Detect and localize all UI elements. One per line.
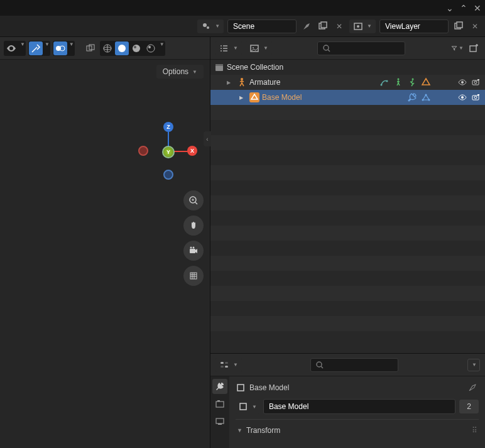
tab-render[interactable]	[212, 396, 227, 412]
collection-row[interactable]: Scene Collection	[210, 60, 485, 75]
search-input[interactable]	[310, 358, 398, 372]
svg-point-19	[148, 46, 151, 48]
tree-row-armature[interactable]: ▶ Armature	[210, 75, 485, 90]
camera-view-icon[interactable]	[183, 241, 204, 261]
vertex-groups-icon[interactable]	[421, 92, 431, 102]
drag-handle-icon[interactable]: ⠿	[472, 426, 479, 435]
axis-neg-x[interactable]	[138, 146, 148, 156]
panel-title: Transform	[246, 426, 280, 435]
display-mode-dropdown[interactable]: ▼	[246, 41, 272, 55]
chevron-down-icon[interactable]: ▼	[69, 41, 74, 55]
svg-point-17	[134, 46, 136, 48]
search-input[interactable]	[317, 41, 405, 55]
options-dropdown-icon[interactable]: ▼	[467, 359, 480, 371]
zoom-icon[interactable]	[183, 190, 204, 210]
svg-rect-72	[218, 423, 222, 425]
svg-line-68	[321, 366, 323, 368]
chevron-down-icon[interactable]: ▼	[45, 41, 50, 55]
visibility-toggle[interactable]	[4, 41, 18, 55]
render-icon[interactable]	[471, 77, 481, 87]
chevron-down-icon: ▼	[252, 404, 257, 410]
svg-point-50	[398, 79, 400, 80]
object-name-field[interactable]: Base Model	[263, 399, 455, 414]
shading-solid[interactable]	[115, 41, 129, 55]
shading-material[interactable]	[129, 41, 143, 55]
object-icon	[236, 383, 246, 393]
outliner-panel: ▼ ▼ ▼	[210, 37, 485, 354]
svg-point-40	[324, 45, 329, 50]
users-count-button[interactable]: 2	[459, 400, 479, 413]
axis-neg-z[interactable]	[163, 170, 173, 180]
chevron-down-icon: ▼	[215, 23, 220, 29]
pin-icon[interactable]	[464, 379, 481, 396]
shading-rendered[interactable]	[144, 41, 158, 55]
svg-rect-3	[321, 22, 327, 28]
outliner-header: ▼ ▼ ▼	[210, 37, 485, 60]
new-scene-icon[interactable]	[317, 20, 329, 33]
new-collection-icon[interactable]	[467, 42, 480, 55]
maximize-icon[interactable]: ⌃	[460, 3, 467, 13]
close-icon[interactable]: ✕	[474, 3, 481, 13]
viewport-3d[interactable]: ▼ ▼ ▼	[0, 37, 210, 448]
chevron-down-icon[interactable]: ▼	[160, 41, 165, 55]
search-icon	[322, 43, 332, 53]
svg-point-1	[207, 26, 209, 29]
delete-viewlayer-icon[interactable]: ✕	[469, 20, 481, 33]
properties-icon	[219, 360, 229, 370]
options-dropdown[interactable]: Options ▼	[156, 65, 204, 79]
svg-line-41	[328, 50, 330, 52]
svg-point-36	[221, 50, 222, 52]
collapse-sidebar-icon[interactable]: ‹	[204, 131, 211, 146]
eye-icon[interactable]	[457, 77, 467, 87]
tab-tool[interactable]	[212, 379, 227, 394]
search-icon	[315, 360, 325, 370]
svg-point-26	[193, 247, 195, 249]
transform-panel-header[interactable]: ▼ Transform ⠿	[236, 419, 479, 437]
viewlayer-name-field[interactable]: ViewLayer	[379, 19, 449, 33]
chevron-down-icon: ▼	[233, 45, 238, 51]
perspective-toggle-icon[interactable]	[183, 266, 204, 286]
expand-arrow-icon[interactable]: ▶	[227, 80, 234, 85]
shading-wireframe[interactable]	[101, 41, 114, 55]
navigation-gizmo[interactable]: Z X Y	[138, 122, 195, 185]
pin-icon[interactable]	[298, 17, 315, 35]
editor-type-dropdown[interactable]: ▼	[215, 358, 242, 372]
scene-name-field[interactable]: Scene	[227, 19, 297, 33]
viewlayer-type-dropdown[interactable]: ▼	[349, 19, 376, 33]
pose-icon[interactable]	[393, 77, 403, 87]
object-data-dropdown[interactable]: ▼	[236, 399, 259, 414]
axis-x[interactable]: X	[187, 146, 197, 156]
render-icon[interactable]	[471, 92, 481, 102]
new-viewlayer-icon[interactable]	[452, 20, 465, 33]
filter-icon[interactable]: ▼	[451, 42, 464, 55]
svg-rect-65	[221, 366, 224, 368]
run-icon[interactable]	[407, 77, 417, 87]
svg-point-34	[221, 48, 222, 49]
svg-point-51	[412, 79, 414, 80]
scene-type-dropdown[interactable]: ▼	[197, 19, 224, 33]
tree-label: Armature	[249, 78, 377, 87]
svg-rect-7	[457, 22, 462, 28]
delete-scene-icon[interactable]: ✕	[333, 20, 346, 33]
viewlayer-icon	[353, 21, 363, 31]
pan-icon[interactable]	[183, 216, 204, 236]
xray-toggle[interactable]	[84, 41, 97, 55]
modifier-armature-icon[interactable]	[379, 77, 390, 87]
axis-z[interactable]: Z	[163, 122, 173, 132]
eye-icon[interactable]	[457, 92, 467, 102]
modifier-icon[interactable]	[407, 92, 417, 102]
properties-header: ▼ ▼	[210, 354, 485, 376]
overlay-toggle[interactable]	[53, 41, 67, 55]
expand-arrow-icon[interactable]: ▶	[239, 95, 247, 101]
gizmo-toggle[interactable]	[29, 41, 43, 55]
chevron-down-icon: ▼	[367, 23, 372, 29]
axis-y[interactable]: Y	[162, 146, 175, 158]
chevron-down-icon[interactable]: ▼	[20, 41, 25, 55]
outliner-mode-dropdown[interactable]: ▼	[215, 41, 242, 55]
minimize-icon[interactable]: ⌄	[446, 3, 454, 13]
svg-point-52	[461, 81, 464, 84]
tree-row-base-model[interactable]: ▶ Base Model	[210, 90, 485, 105]
mesh-data-icon[interactable]	[421, 77, 431, 87]
breadcrumb-label: Base Model	[249, 383, 289, 392]
tab-output[interactable]	[212, 414, 227, 429]
